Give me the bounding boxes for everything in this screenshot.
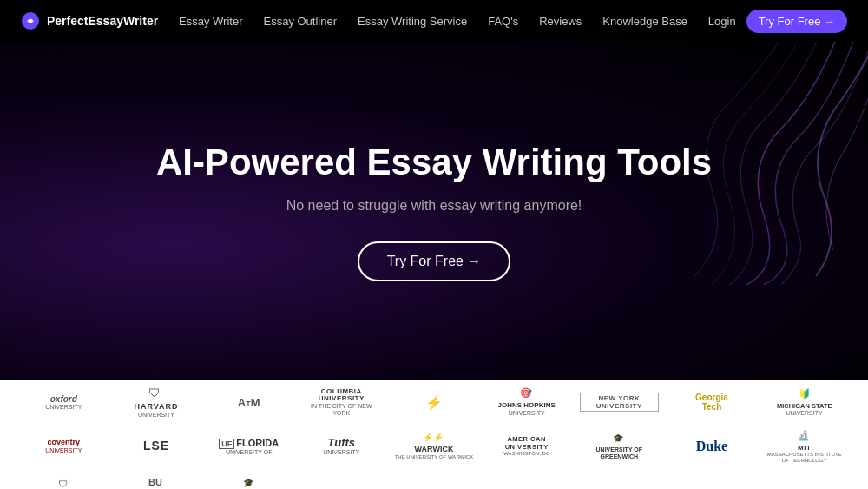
logo-duke: Duke — [666, 426, 759, 467]
try-free-nav-button[interactable]: Try For Free → — [746, 10, 847, 33]
nav-faqs[interactable]: FAQ's — [488, 15, 518, 28]
logo-columbia: COLUMBIA UNIVERSITY IN THE CITY OF NEW Y… — [295, 382, 388, 423]
logo-yale: ⚡ — [388, 382, 481, 423]
hero-subtitle: No need to struggle with essay writing a… — [286, 198, 582, 214]
hero-section: AI-Powered Essay Writing Tools No need t… — [0, 42, 868, 380]
logo-warwick: ⚡⚡ WARWICK THE UNIVERSITY OF WARWICK — [388, 426, 481, 467]
navbar-brand: PerfectEssayWriter — [21, 11, 158, 30]
logo-oxford: oxford University — [17, 382, 110, 423]
logo-texas-am: ATM — [202, 382, 295, 423]
nav-essay-outliner[interactable]: Essay Outliner — [263, 15, 337, 28]
logo-georgia-tech: Georgia Tech — [666, 382, 759, 423]
logo-harvard: 🛡 HARVARD UNIVERSITY — [110, 382, 203, 423]
logo-american-university: AMERICAN UNIVERSITY WASHINGTON, DC — [480, 426, 573, 467]
trusted-section: TRUSTED BY 100,000+ STUDENTS & PROFESSIO… — [0, 380, 868, 489]
logo-northwestern: 🎓 Northwestern UNIVERSITY — [202, 471, 295, 490]
navbar-links: Essay Writer Essay Outliner Essay Writin… — [179, 15, 687, 28]
logo-nyu: NEW YORK UNIVERSITY — [573, 382, 666, 423]
logo-text: PerfectEssayWriter — [47, 14, 158, 28]
logo-penn: 🛡 Penn — [17, 471, 110, 490]
logo-greenwich: 🎓 UNIVERSITY OF GREENWICH — [573, 426, 666, 467]
login-button[interactable]: Login — [708, 15, 736, 28]
navbar-actions: Login Try For Free → — [708, 10, 847, 33]
logo-mit: 🔬 ΜΙΤ Massachusetts Institute of Technol… — [758, 426, 851, 467]
nav-reviews[interactable]: Reviews — [539, 15, 582, 28]
logo-tufts: Tufts UNIVERSITY — [295, 426, 388, 467]
nav-essay-writer[interactable]: Essay Writer — [179, 15, 242, 28]
nav-knowledge-base[interactable]: Knowledge Base — [602, 15, 687, 28]
logo-bournemouth: BU Bournemouth UNIVERSITY — [110, 471, 203, 490]
logo-coventry: coventry University — [17, 426, 110, 467]
logo-johns-hopkins: 🎯 JOHNS HOPKINS UNIVERSITY — [480, 382, 573, 423]
logo-florida: UF FLORIDA UNIVERSITY OF — [202, 426, 295, 467]
logo-lse: LSE — [110, 426, 203, 467]
university-logos-grid: oxford University 🛡 HARVARD UNIVERSITY A… — [17, 382, 851, 489]
logo-icon — [21, 11, 40, 30]
hero-title: AI-Powered Essay Writing Tools — [156, 141, 712, 184]
svg-point-1 — [29, 19, 32, 23]
logo-michigan-state: 🔰 MICHIGAN STATE UNIVERSITY — [758, 382, 851, 423]
hero-cta-button[interactable]: Try For Free → — [358, 241, 511, 281]
nav-essay-writing-service[interactable]: Essay Writing Service — [358, 15, 467, 28]
navbar: PerfectEssayWriter Essay Writer Essay Ou… — [0, 0, 868, 42]
